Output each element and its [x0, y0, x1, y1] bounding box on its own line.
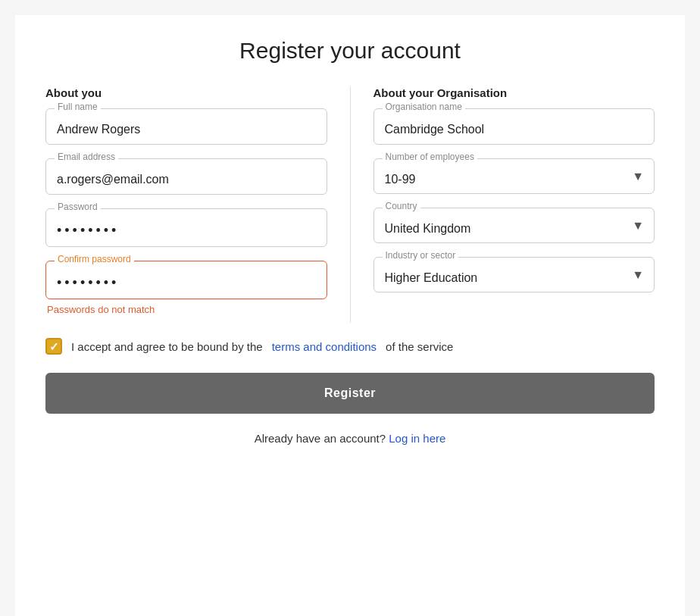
- password-error-message: Passwords do not match: [45, 304, 327, 315]
- employees-select[interactable]: 1-9 10-99 100-499 500-999 1000+: [373, 158, 655, 194]
- country-field: Country United Kingdom United States Can…: [373, 208, 655, 243]
- login-row: Already have an account? Log in here: [255, 432, 446, 445]
- terms-row: ✓ I accept and agree to be bound by the …: [45, 338, 655, 355]
- org-name-input[interactable]: [373, 108, 655, 145]
- email-input[interactable]: [45, 158, 327, 195]
- industry-field: Industry or sector Primary Education Sec…: [373, 257, 655, 292]
- country-label: Country: [383, 201, 420, 211]
- employees-label: Number of employees: [383, 152, 477, 162]
- terms-text-before: I accept and agree to be bound by the: [71, 340, 263, 353]
- country-select[interactable]: United Kingdom United States Canada Aust…: [373, 208, 655, 243]
- full-name-input[interactable]: [45, 108, 327, 145]
- password-field: Password: [45, 208, 327, 247]
- terms-text-after: of the service: [386, 340, 453, 353]
- industry-select[interactable]: Primary Education Secondary Education Hi…: [373, 257, 655, 292]
- column-divider: [350, 86, 351, 323]
- page-container: Register your account About you Full nam…: [15, 15, 685, 616]
- login-link[interactable]: Log in here: [389, 432, 445, 445]
- already-text: Already have an account?: [255, 432, 389, 445]
- about-you-heading: About you: [45, 86, 327, 99]
- full-name-field: Full name: [45, 108, 327, 145]
- email-label: Email address: [55, 152, 118, 162]
- about-you-column: About you Full name Email address Passwo…: [45, 86, 327, 323]
- password-input[interactable]: [45, 208, 327, 247]
- confirm-password-input[interactable]: [45, 261, 327, 299]
- about-org-heading: About your Organisation: [373, 86, 655, 99]
- checkmark-icon: ✓: [49, 341, 59, 352]
- employees-field: Number of employees 1-9 10-99 100-499 50…: [373, 158, 655, 194]
- register-button[interactable]: Register: [45, 373, 655, 414]
- full-name-label: Full name: [55, 102, 101, 112]
- industry-label: Industry or sector: [383, 250, 459, 261]
- org-name-field: Organisation name: [373, 108, 655, 145]
- about-org-column: About your Organisation Organisation nam…: [373, 86, 655, 323]
- form-columns: About you Full name Email address Passwo…: [45, 86, 655, 323]
- org-name-label: Organisation name: [383, 102, 465, 112]
- terms-link[interactable]: terms and conditions: [272, 340, 377, 353]
- confirm-password-field: Confirm password: [45, 261, 327, 299]
- terms-checkbox[interactable]: ✓: [45, 338, 62, 355]
- email-field: Email address: [45, 158, 327, 195]
- confirm-password-label: Confirm password: [55, 254, 134, 264]
- password-label: Password: [55, 202, 101, 212]
- page-title: Register your account: [239, 38, 461, 64]
